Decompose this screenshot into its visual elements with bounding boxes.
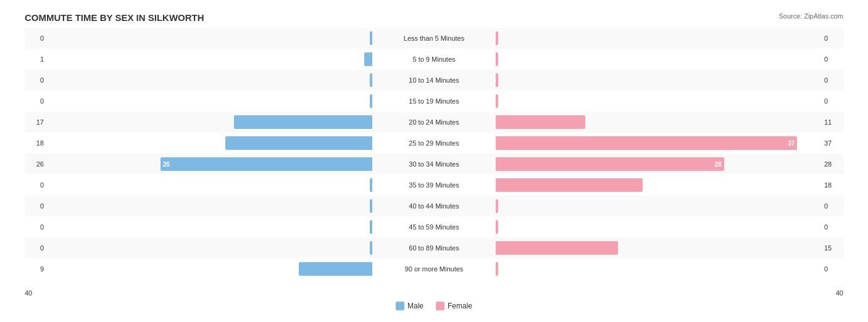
male-bar (234, 115, 372, 129)
male-bar-side (46, 262, 372, 276)
male-value: 17 (25, 118, 46, 126)
male-bar-side (46, 241, 372, 255)
bar-pair: 2630 to 34 Minutes28 (46, 154, 822, 174)
female-bar-side (496, 199, 822, 213)
female-bar (496, 220, 498, 234)
male-value: 0 (25, 35, 46, 42)
male-value: 18 (25, 139, 46, 147)
table-row: 1720 to 24 Minutes11 (25, 112, 843, 133)
female-bar-side (496, 31, 822, 45)
female-bar (496, 199, 498, 213)
female-bar: 28 (496, 157, 724, 171)
table-row: 060 to 89 Minutes15 (25, 237, 843, 258)
bars-wrapper: 40 to 44 Minutes (46, 196, 822, 216)
bars-wrapper: 25 to 29 Minutes37 (46, 133, 822, 153)
male-bar (364, 52, 372, 66)
bars-wrapper: 5 to 9 Minutes (46, 49, 822, 69)
male-bar-side: 26 (46, 157, 372, 171)
axis-values: 40 40 (25, 289, 843, 297)
female-bar-side (496, 115, 822, 129)
row-label: 30 to 34 Minutes (372, 160, 496, 168)
male-bar-side (46, 136, 372, 150)
bars-wrapper: 35 to 39 Minutes (46, 175, 822, 195)
row-label: 10 to 14 Minutes (372, 76, 496, 84)
chart-container: COMMUTE TIME BY SEX IN SILKWORTH Source:… (0, 0, 868, 322)
bars-wrapper: 60 to 89 Minutes (46, 238, 822, 258)
male-value: 0 (25, 97, 46, 105)
female-value: 28 (822, 160, 843, 168)
bar-pair: 40 to 44 Minutes (46, 196, 822, 216)
female-bar: 37 (496, 136, 797, 150)
table-row: 1825 to 29 Minutes3737 (25, 133, 843, 154)
bar-pair: 15 to 19 Minutes (46, 91, 822, 111)
female-bar (496, 73, 498, 87)
legend-male-box (396, 302, 404, 310)
female-bar-side (496, 241, 822, 255)
bars-wrapper: 90 or more Minutes (46, 259, 822, 279)
bar-pair: 45 to 59 Minutes (46, 217, 822, 237)
bar-pair: 20 to 24 Minutes (46, 112, 822, 132)
male-bar-side (46, 94, 372, 108)
table-row: 040 to 44 Minutes0 (25, 196, 843, 217)
male-value: 1 (25, 56, 46, 63)
female-value: 0 (822, 265, 843, 273)
table-row: 045 to 59 Minutes0 (25, 217, 843, 237)
female-bar (496, 241, 618, 255)
female-value: 15 (822, 244, 843, 252)
bars-wrapper: 15 to 19 Minutes (46, 91, 822, 111)
row-label: 45 to 59 Minutes (372, 223, 496, 231)
female-bar-side (496, 178, 822, 192)
male-value: 9 (25, 265, 46, 273)
row-label: 90 or more Minutes (372, 265, 496, 273)
male-bar-side (46, 178, 372, 192)
row-label: 15 to 19 Minutes (372, 97, 496, 105)
male-bar (225, 136, 372, 150)
female-bar (496, 262, 498, 276)
bars-wrapper: 2630 to 34 Minutes28 (46, 154, 822, 174)
source-text: Source: ZipAtlas.com (778, 12, 843, 20)
bars-wrapper: 20 to 24 Minutes (46, 112, 822, 132)
row-label: Less than 5 Minutes (372, 35, 496, 42)
chart-area: 0Less than 5 Minutes015 to 9 Minutes0010… (25, 28, 843, 287)
row-label: 35 to 39 Minutes (372, 181, 496, 189)
row-label: 40 to 44 Minutes (372, 202, 496, 210)
male-bar (299, 262, 372, 276)
row-label: 5 to 9 Minutes (372, 56, 496, 63)
male-value: 0 (25, 223, 46, 231)
legend: Male Female (25, 302, 843, 310)
female-bar-side (496, 262, 822, 276)
female-bar (496, 178, 643, 192)
male-bar-side (46, 199, 372, 213)
female-value: 0 (822, 202, 843, 210)
female-value: 0 (822, 56, 843, 63)
male-value: 0 (25, 181, 46, 189)
male-value: 0 (25, 76, 46, 84)
table-row: 0Less than 5 Minutes0 (25, 28, 843, 49)
male-bar-side (46, 115, 372, 129)
female-value: 0 (822, 76, 843, 84)
female-value: 37 (822, 139, 843, 147)
bar-pair: 25 to 29 Minutes37 (46, 133, 822, 153)
legend-female-box (436, 302, 444, 310)
female-bar-side (496, 73, 822, 87)
bars-wrapper: Less than 5 Minutes (46, 28, 822, 48)
axis-right: 40 (836, 289, 843, 297)
female-bar-side: 28 (496, 157, 822, 171)
female-bar-side (496, 52, 822, 66)
female-bar (496, 52, 498, 66)
male-bar: 26 (161, 157, 372, 171)
table-row: 990 or more Minutes0 (25, 258, 843, 279)
female-value: 18 (822, 181, 843, 189)
row-label: 20 to 24 Minutes (372, 118, 496, 126)
row-label: 25 to 29 Minutes (372, 139, 496, 147)
female-value: 11 (822, 118, 843, 126)
male-value: 0 (25, 202, 46, 210)
legend-male-label: Male (407, 302, 424, 310)
male-value: 0 (25, 244, 46, 252)
female-bar (496, 115, 585, 129)
bar-pair: 60 to 89 Minutes (46, 238, 822, 258)
male-bar-side (46, 52, 372, 66)
female-bar-side (496, 220, 822, 234)
bar-pair: 10 to 14 Minutes (46, 70, 822, 90)
table-row: 035 to 39 Minutes18 (25, 175, 843, 196)
